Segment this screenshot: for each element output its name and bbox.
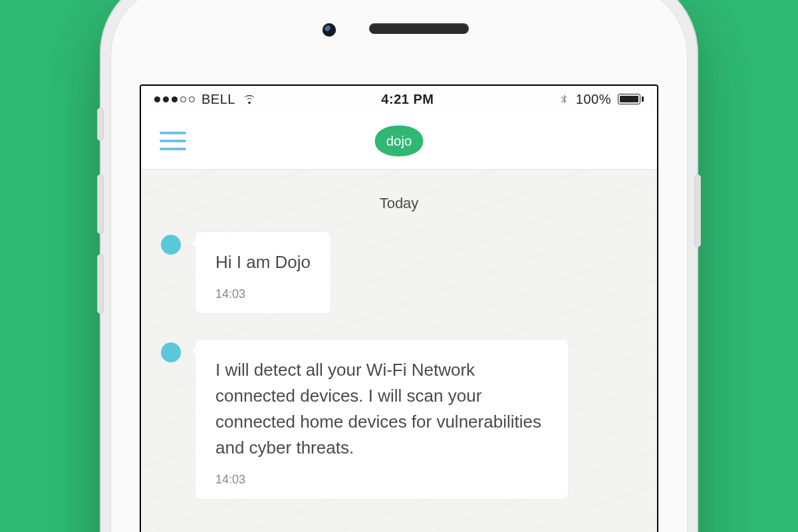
avatar-icon (161, 342, 181, 362)
chat-message: Hi I am Dojo 14:03 (161, 232, 637, 313)
phone-power-button (694, 174, 701, 247)
chat-message: I will detect all your Wi-Fi Network con… (161, 340, 637, 499)
message-time: 14:03 (215, 473, 548, 487)
bluetooth-icon (559, 92, 569, 106)
day-separator: Today (161, 186, 637, 232)
message-text: I will detect all your Wi-Fi Network con… (215, 357, 548, 461)
message-bubble: I will detect all your Wi-Fi Network con… (196, 340, 568, 499)
phone-speaker-icon (369, 23, 469, 34)
message-text: Hi I am Dojo (215, 249, 311, 275)
phone-screen: BELL 4:21 PM 100% (140, 84, 658, 532)
phone-volume-down (97, 254, 104, 314)
phone-camera-icon (323, 23, 336, 37)
message-bubble: Hi I am Dojo 14:03 (196, 232, 331, 313)
brand-text: dojo (386, 134, 412, 148)
message-time: 14:03 (215, 287, 311, 301)
phone-volume-up (97, 174, 104, 234)
battery-percent: 100% (576, 92, 611, 107)
chat-area[interactable]: Today Hi I am Dojo 14:03 I will detect a… (141, 170, 657, 532)
status-bar: BELL 4:21 PM 100% (141, 86, 657, 112)
phone-frame: BELL 4:21 PM 100% (100, 0, 698, 532)
carrier-label: BELL (201, 92, 235, 107)
menu-button[interactable] (160, 132, 186, 150)
battery-icon (618, 94, 644, 104)
dojo-logo: dojo (369, 122, 429, 160)
avatar-icon (161, 235, 181, 255)
phone-mute-switch (97, 108, 104, 141)
phone-bezel: BELL 4:21 PM 100% (110, 0, 688, 532)
signal-strength-icon (154, 96, 195, 102)
app-header: dojo (141, 112, 657, 170)
clock: 4:21 PM (381, 92, 434, 107)
wifi-icon (242, 92, 257, 106)
